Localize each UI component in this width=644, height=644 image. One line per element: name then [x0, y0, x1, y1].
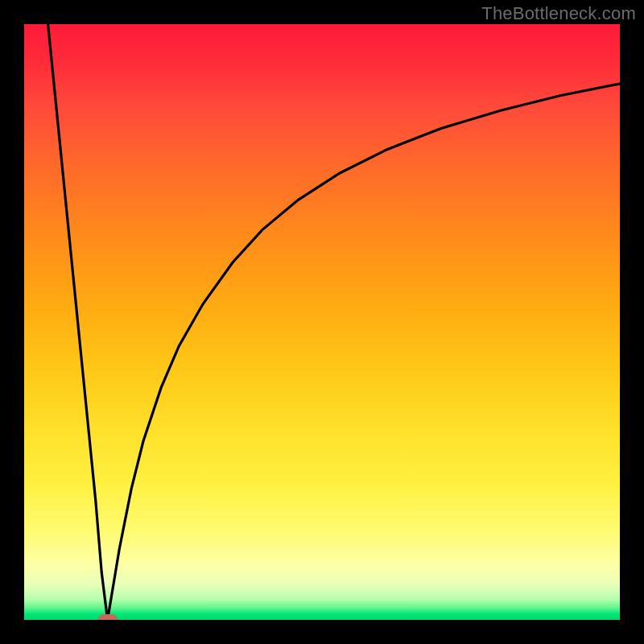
bottleneck-curve — [24, 24, 620, 620]
watermark-text: TheBottleneck.com — [481, 3, 636, 24]
vertex-marker — [98, 614, 118, 620]
chart-frame: TheBottleneck.com — [0, 0, 644, 644]
plot-area — [24, 24, 620, 620]
